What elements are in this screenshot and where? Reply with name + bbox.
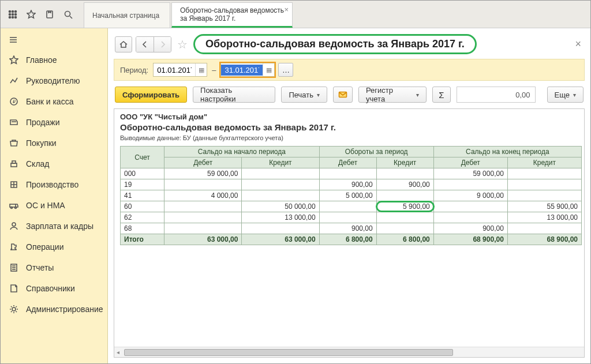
table-cell [242, 168, 319, 179]
sum-field[interactable]: 0,00 [457, 87, 536, 103]
report-scroll[interactable]: ООО "УК "Чистый дом" Оборотно-сальдовая … [114, 109, 584, 347]
print-label: Печать [289, 91, 313, 99]
history-icon[interactable] [41, 6, 58, 23]
favorite-star-icon[interactable]: ☆ [175, 37, 190, 51]
sidebar-item-payroll[interactable]: Зарплата и кадры [1, 216, 107, 237]
table-row[interactable]: 6050 000,005 900,0055 900,00 [121, 201, 582, 212]
table-row[interactable]: 19900,00900,00 [121, 179, 582, 190]
table-row[interactable]: 6213 000,0013 000,00 [121, 212, 582, 223]
table-cell: 68 900,00 [433, 234, 507, 245]
horizontal-scrollbar[interactable]: ◂ [114, 347, 584, 357]
table-cell: 9 000,00 [433, 190, 507, 201]
search-icon[interactable] [59, 6, 77, 23]
chevron-down-icon: ▾ [416, 92, 419, 98]
mail-button[interactable] [333, 87, 353, 103]
forward-button[interactable] [154, 37, 171, 52]
more-button[interactable]: Еще▾ [547, 87, 583, 103]
table-cell: 62 [121, 212, 164, 223]
sidebar-item-sales[interactable]: Продажи [1, 112, 107, 133]
col-credit: Кредит [376, 157, 433, 168]
nav-back-forward [136, 36, 171, 52]
register-button[interactable]: Регистр учета▾ [358, 87, 427, 103]
sidebar-item-label: Склад [26, 159, 50, 168]
scroll-left-icon[interactable]: ◂ [114, 349, 122, 355]
production-icon [9, 179, 19, 190]
table-cell: 900,00 [319, 223, 376, 234]
menu-icon[interactable] [1, 32, 107, 50]
report-table: Счет Сальдо на начало периода Обороты за… [120, 146, 582, 245]
report-header: ООО "УК "Чистый дом" Оборотно-сальдовая … [114, 109, 584, 146]
svg-text:₽: ₽ [13, 99, 16, 104]
table-cell: 59 000,00 [433, 168, 507, 179]
purchases-icon [9, 138, 19, 148]
svg-point-8 [15, 16, 17, 18]
svg-point-27 [12, 307, 16, 311]
favorites-icon[interactable] [23, 6, 40, 23]
print-button[interactable]: Печать▾ [281, 87, 327, 103]
col-group-turnover: Обороты за период [319, 147, 433, 157]
close-icon[interactable]: × [573, 38, 583, 50]
home-button[interactable] [115, 36, 132, 52]
col-account: Счет [121, 147, 164, 168]
date-to-field[interactable]: ▦ [220, 63, 275, 77]
table-cell: 50 000,00 [242, 201, 319, 212]
col-credit: Кредит [242, 157, 319, 168]
tab-home[interactable]: Начальная страница [84, 2, 170, 28]
table-cell: 5 900,00 [376, 201, 433, 212]
sidebar: ГлавноеРуководителю₽Банк и кассаПродажиП… [1, 28, 108, 363]
table-cell [376, 168, 433, 179]
sidebar-item-home[interactable]: Главное [1, 50, 107, 70]
operations-icon [9, 242, 19, 252]
table-total-row: Итого63 000,0063 000,006 800,006 800,006… [121, 234, 582, 245]
sidebar-item-label: Справочники [26, 284, 75, 293]
svg-rect-17 [11, 163, 17, 167]
table-cell [433, 179, 507, 190]
sidebar-item-operations[interactable]: Операции [1, 237, 107, 257]
apps-icon[interactable] [4, 6, 21, 23]
more-label: Еще [555, 91, 570, 99]
sidebar-item-directories[interactable]: Справочники [1, 278, 107, 299]
chevron-down-icon: ▾ [317, 92, 320, 98]
svg-line-11 [70, 16, 72, 18]
table-cell [507, 168, 581, 179]
svg-point-20 [11, 207, 13, 209]
scrollbar-thumb[interactable] [124, 349, 453, 356]
table-cell [164, 212, 242, 223]
show-settings-button[interactable]: Показать настройки [193, 87, 275, 103]
toolbar: Сформировать Показать настройки Печать▾ … [108, 81, 590, 108]
table-cell: 41 [121, 190, 164, 201]
date-from-input[interactable] [154, 65, 195, 76]
sidebar-item-assets[interactable]: ОС и НМА [1, 195, 107, 216]
sidebar-item-manager[interactable]: Руководителю [1, 70, 107, 91]
sidebar-item-purchases[interactable]: Покупки [1, 133, 107, 153]
table-row[interactable]: 68900,00900,00 [121, 223, 582, 234]
table-cell [164, 179, 242, 190]
table-row[interactable]: 00059 000,0059 000,00 [121, 168, 582, 179]
sidebar-item-label: Покупки [26, 138, 57, 148]
calendar-icon[interactable]: ▦ [195, 63, 207, 76]
date-from-field[interactable]: ▦ [153, 63, 207, 77]
sidebar-item-warehouse[interactable]: Склад [1, 153, 107, 174]
date-to-input[interactable] [221, 65, 263, 76]
home-icon [9, 55, 19, 65]
chevron-down-icon: ▾ [573, 92, 576, 98]
generate-button[interactable]: Сформировать [115, 87, 187, 103]
back-button[interactable] [136, 37, 154, 52]
sidebar-item-bank-cash[interactable]: ₽Банк и касса [1, 91, 107, 112]
table-cell [242, 179, 319, 190]
sidebar-item-reports[interactable]: Отчеты [1, 257, 107, 278]
table-cell [319, 212, 376, 223]
sidebar-item-admin[interactable]: Администрирование [1, 299, 107, 320]
sidebar-item-label: Отчеты [26, 263, 54, 272]
period-more-button[interactable]: … [278, 63, 293, 77]
svg-point-3 [9, 13, 11, 15]
table-row[interactable]: 414 000,005 000,009 000,00 [121, 190, 582, 201]
calendar-icon[interactable]: ▦ [263, 63, 274, 76]
svg-point-10 [65, 11, 70, 16]
sidebar-item-label: Банк и касса [26, 97, 73, 106]
sigma-button[interactable]: Σ [432, 87, 450, 103]
tab-close-icon[interactable]: × [285, 5, 289, 14]
sidebar-item-production[interactable]: Производство [1, 174, 107, 195]
assets-icon [9, 200, 19, 211]
tab-report[interactable]: Оборотно-сальдовая ведомость за Январь 2… [171, 2, 293, 28]
